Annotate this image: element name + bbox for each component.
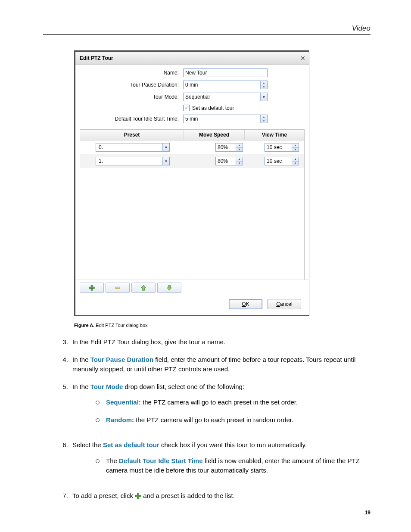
table-row: 0. ▼ 80% ▲▼ 10 sec: [80, 140, 304, 154]
edit-ptz-tour-dialog: Edit PTZ Tour ✕ Name: Tour Pause Duratio…: [74, 50, 309, 316]
list-item: In the Edit PTZ Tour dialog box, give th…: [70, 337, 371, 355]
instruction-list: In the Edit PTZ Tour dialog box, give th…: [43, 337, 371, 508]
list-item: In the Tour Pause Duration field, enter …: [70, 355, 371, 382]
move-down-button[interactable]: [157, 283, 181, 293]
preset-toolbar: [75, 280, 309, 296]
col-move-speed: Move Speed: [184, 130, 245, 140]
chevron-up-icon[interactable]: ▲: [292, 157, 299, 162]
table-row: 1. ▼ 80% ▲▼ 10 sec: [80, 154, 304, 168]
spinner-buttons[interactable]: ▲▼: [236, 157, 243, 165]
mode-label: Tour Mode:: [75, 94, 183, 100]
spinner-buttons[interactable]: ▲▼: [260, 81, 267, 89]
idle-value: 5 min: [184, 115, 260, 123]
chevron-up-icon[interactable]: ▲: [236, 157, 243, 162]
preset-table: Preset Move Speed View Time 0. ▼: [80, 129, 305, 280]
keyword: Random:: [106, 416, 134, 423]
table-header: Preset Move Speed View Time: [80, 130, 304, 140]
move-speed-spinner[interactable]: 80% ▲▼: [215, 143, 243, 152]
page-number: 19: [365, 510, 371, 516]
list-item: Random: the PTZ camera will go to each p…: [96, 415, 371, 433]
mode-select[interactable]: Sequential ▼: [183, 93, 268, 101]
chevron-up-icon[interactable]: ▲: [261, 81, 267, 85]
mode-value: Sequential: [184, 93, 260, 101]
keyword: Sequential:: [106, 398, 141, 406]
preset-select[interactable]: 0. ▼: [96, 143, 170, 152]
chevron-up-icon[interactable]: ▲: [236, 143, 243, 148]
col-view-time: View Time: [245, 130, 304, 140]
chevron-down-icon[interactable]: ▼: [261, 119, 267, 123]
chevron-down-icon[interactable]: ▼: [292, 162, 299, 165]
arrow-down-icon: [166, 285, 172, 291]
chevron-down-icon[interactable]: ▼: [162, 143, 169, 151]
pause-value: 0 min: [184, 81, 260, 89]
col-preset: Preset: [80, 130, 184, 140]
plus-icon: [135, 493, 141, 499]
plus-icon: [89, 285, 95, 291]
dialog-title: Edit PTZ Tour: [80, 55, 113, 61]
move-speed-spinner[interactable]: 80% ▲▼: [215, 157, 243, 165]
chevron-up-icon[interactable]: ▲: [292, 143, 299, 148]
add-preset-button[interactable]: [80, 283, 104, 293]
preset-select[interactable]: 1. ▼: [96, 157, 170, 165]
list-item: The Default Tour Idle Start Time field i…: [96, 456, 371, 483]
spinner-buttons[interactable]: ▲▼: [236, 143, 243, 151]
pause-spinner[interactable]: 0 min ▲▼: [183, 81, 268, 89]
ok-button[interactable]: OK: [229, 299, 262, 309]
keyword: Tour Mode: [90, 383, 123, 390]
view-time-spinner[interactable]: 10 sec ▲▼: [265, 143, 299, 152]
keyword: Default Tour Idle Start Time: [119, 457, 202, 464]
pause-label: Tour Pause Duration:: [75, 82, 183, 88]
default-tour-checkbox[interactable]: ✓: [183, 105, 190, 111]
cancel-button[interactable]: Cancel: [268, 299, 301, 309]
move-up-button[interactable]: [131, 283, 156, 293]
figure-caption: Figure A. Edit PTZ Tour dialog box: [74, 323, 371, 328]
remove-preset-button[interactable]: [106, 283, 130, 293]
chevron-down-icon[interactable]: ▼: [292, 148, 299, 152]
list-item: In the Tour Mode drop down list, select …: [70, 382, 371, 441]
keyword: Tour Pause Duration: [90, 356, 153, 363]
list-item: Sequential: the PTZ camera will go to ea…: [96, 398, 371, 415]
spinner-buttons[interactable]: ▲▼: [292, 157, 299, 165]
keyword: Set as default tour: [103, 441, 159, 448]
chevron-down-icon[interactable]: ▼: [261, 85, 267, 89]
page-header-section: Video: [43, 24, 371, 35]
svg-rect-6: [135, 495, 141, 497]
chevron-down-icon[interactable]: ▼: [236, 148, 243, 152]
close-icon[interactable]: ✕: [300, 55, 305, 62]
chevron-down-icon[interactable]: ▼: [236, 162, 243, 165]
arrow-up-icon: [140, 285, 146, 291]
name-input[interactable]: [183, 68, 268, 77]
chevron-up-icon[interactable]: ▲: [261, 115, 267, 119]
svg-marker-3: [141, 285, 146, 290]
spinner-buttons[interactable]: ▲▼: [260, 115, 267, 123]
footer-rule: [43, 506, 371, 506]
default-tour-label: Set as default tour: [192, 105, 234, 111]
svg-rect-2: [115, 287, 120, 289]
svg-rect-1: [89, 287, 94, 289]
name-label: Name:: [75, 70, 183, 76]
view-time-spinner[interactable]: 10 sec ▲▼: [265, 157, 299, 165]
dialog-titlebar: Edit PTZ Tour ✕: [75, 52, 309, 65]
idle-label: Default Tour Idle Start Time:: [75, 116, 183, 122]
list-item: Select the Set as default tour check box…: [70, 440, 371, 491]
chevron-down-icon[interactable]: ▼: [260, 93, 267, 101]
idle-spinner[interactable]: 5 min ▲▼: [183, 115, 268, 123]
svg-marker-4: [167, 285, 172, 290]
spinner-buttons[interactable]: ▲▼: [292, 143, 299, 151]
chevron-down-icon[interactable]: ▼: [162, 157, 169, 165]
minus-icon: [115, 285, 121, 291]
